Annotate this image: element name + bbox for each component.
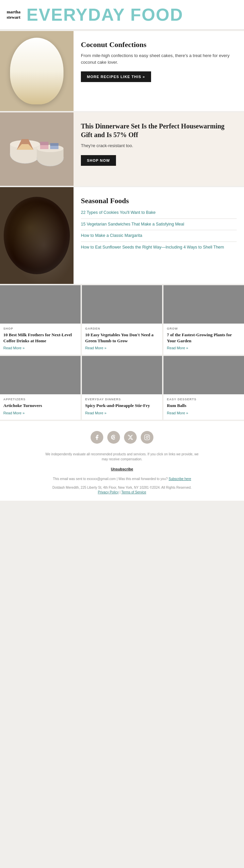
subscribe-here-link[interactable]: Subscribe here [169, 477, 191, 481]
footer-address: Dotdash Meredith, 225 Liberty St, 4th Fl… [7, 485, 237, 490]
coconut-content: Coconut Confections From mile-high confe… [74, 31, 244, 111]
email-wrapper: martha stewart EVERYDAY FOOD Coconut Con… [0, 0, 244, 501]
coconut-body: From mile-high confections to easy sheet… [81, 52, 237, 65]
tomatoes-content: GARDEN 10 Easy Vegetables You Don't Need… [82, 323, 162, 354]
pinterest-svg [111, 434, 117, 440]
grid-item-frother: SHOP 10 Best Milk Frothers for Next-Leve… [0, 285, 81, 354]
potatoes-content: GROW 7 of the Fastest-Growing Plants for… [163, 323, 244, 354]
stirfry-category: EVERYDAY DINNERS [85, 398, 159, 401]
footer: We independently evaluate all recommende… [0, 421, 244, 501]
twitter-x-icon[interactable] [124, 431, 137, 444]
grid-item-rumballs: EASY DESSERTS Rum Balls Read More » [163, 356, 244, 419]
frother-content: SHOP 10 Best Milk Frothers for Next-Leve… [0, 323, 81, 354]
grid-section-1: SHOP 10 Best Milk Frothers for Next-Leve… [0, 285, 244, 354]
dinnerware-section: This Dinnerware Set Is the Perfect House… [0, 113, 244, 186]
rumballs-image [163, 356, 244, 394]
svg-rect-13 [50, 146, 58, 149]
dinnerware-content: This Dinnerware Set Is the Perfect House… [74, 113, 244, 186]
stirfry-title: Spicy Pork-and-Pineapple Stir-Fry [85, 403, 159, 409]
facebook-svg [94, 434, 100, 440]
tomatoes-title: 10 Easy Vegetables You Don't Need a Gree… [85, 332, 159, 344]
frother-image [0, 285, 81, 323]
artichoke-read-more[interactable]: Read More » [3, 411, 77, 415]
svg-point-15 [146, 436, 148, 438]
footer-email-info: This email was sent to exxxxx@gmail.com … [7, 476, 237, 482]
seasonal-heading: Seasonal Foods [81, 196, 237, 205]
grid-item-potatoes: GROW 7 of the Fastest-Growing Plants for… [163, 285, 244, 354]
svg-point-16 [148, 435, 149, 436]
grid-section-2: APPETIZERS Artichoke Turnovers Read More… [0, 356, 244, 419]
seasonal-link-2[interactable]: 15 Vegetarian Sandwiches That Make a Sat… [81, 221, 237, 230]
potatoes-read-more[interactable]: Read More » [167, 346, 241, 350]
unsubscribe-link[interactable]: Unsubscribe [7, 467, 237, 471]
potatoes-image [163, 285, 244, 323]
artichoke-title: Artichoke Turnovers [3, 403, 77, 409]
frother-category: SHOP [3, 327, 77, 330]
coconut-section: Coconut Confections From mile-high confe… [0, 31, 244, 111]
shop-now-button[interactable]: SHOP NOW [81, 155, 116, 166]
seasonal-content: Seasonal Foods 22 Types of Cookies You'l… [74, 187, 244, 284]
footer-links: Privacy Policy | Terms of Service [7, 490, 237, 494]
x-svg [127, 434, 133, 440]
terms-of-service-link[interactable]: Terms of Service [121, 490, 146, 494]
rumballs-title: Rum Balls [167, 403, 241, 409]
social-icons-row [7, 431, 237, 444]
more-recipes-button[interactable]: MORE RECIPES LIKE THIS » [81, 71, 151, 82]
potatoes-title: 7 of the Fastest-Growing Plants for Your… [167, 332, 241, 344]
grid-item-tomatoes: GARDEN 10 Easy Vegetables You Don't Need… [82, 285, 162, 354]
artichoke-content: APPETIZERS Artichoke Turnovers Read More… [0, 394, 81, 419]
dinnerware-heading: This Dinnerware Set Is the Perfect House… [81, 122, 237, 139]
coconut-image-col [0, 31, 74, 111]
seasonal-link-3[interactable]: How to Make a Classic Margarita [81, 233, 237, 242]
tomatoes-read-more[interactable]: Read More » [85, 346, 159, 350]
instagram-icon[interactable] [141, 431, 154, 444]
stirfry-read-more[interactable]: Read More » [85, 411, 159, 415]
everyday-food-title: EVERYDAY FOOD [26, 6, 183, 23]
privacy-policy-link[interactable]: Privacy Policy [98, 490, 119, 494]
potatoes-category: GROW [167, 327, 241, 330]
coconut-cake-image [0, 31, 74, 111]
svg-rect-11 [40, 145, 49, 149]
dinnerware-image [0, 113, 74, 186]
grid-item-artichoke: APPETIZERS Artichoke Turnovers Read More… [0, 356, 81, 419]
dinnerware-body: They're crack-resistant too. [81, 143, 237, 149]
footer-disclaimer: We independently evaluate all recommende… [42, 452, 202, 462]
artichoke-category: APPETIZERS [3, 398, 77, 401]
svg-rect-14 [145, 435, 150, 440]
frother-title: 10 Best Milk Frothers for Next-Level Cof… [3, 332, 77, 344]
rumballs-content: EASY DESSERTS Rum Balls Read More » [163, 394, 244, 419]
frother-read-more[interactable]: Read More » [3, 346, 77, 350]
artichoke-image [0, 356, 81, 394]
header: martha stewart EVERYDAY FOOD [0, 0, 244, 30]
seasonal-image-col [0, 187, 74, 284]
grid-item-stirfry: EVERYDAY DINNERS Spicy Pork-and-Pineappl… [82, 356, 162, 419]
rumballs-category: EASY DESSERTS [167, 398, 241, 401]
dinnerware-image-col [0, 113, 74, 186]
facebook-icon[interactable] [90, 431, 103, 444]
seasonal-section: Seasonal Foods 22 Types of Cookies You'l… [0, 187, 244, 284]
pinterest-icon[interactable] [107, 431, 120, 444]
seasonal-link-1[interactable]: 22 Types of Cookies You'll Want to Bake [81, 210, 237, 219]
tomatoes-category: GARDEN [85, 327, 159, 330]
martha-stewart-logo: martha stewart [7, 9, 20, 20]
stirfry-image [82, 356, 162, 394]
rumballs-read-more[interactable]: Read More » [167, 411, 241, 415]
seasonal-link-4[interactable]: How to Eat Sunflower Seeds the Right Way… [81, 245, 237, 253]
stirfry-content: EVERYDAY DINNERS Spicy Pork-and-Pineappl… [82, 394, 162, 419]
dinnerware-svg [7, 126, 67, 173]
coconut-heading: Coconut Confections [81, 40, 237, 49]
tomatoes-image [82, 285, 162, 323]
cookies-image [0, 187, 74, 284]
instagram-svg [144, 434, 150, 440]
